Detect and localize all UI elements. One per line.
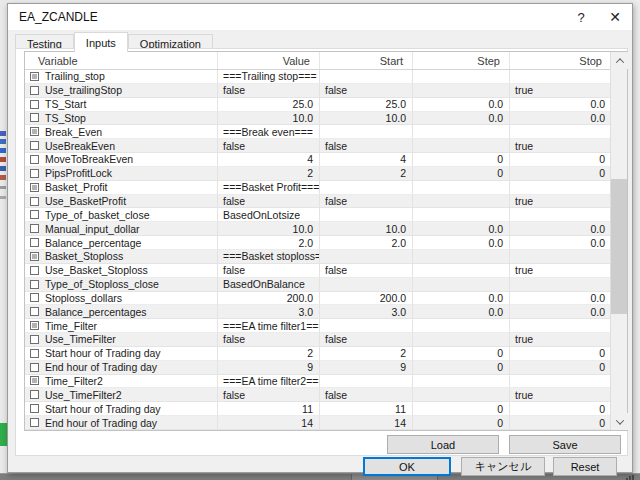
- variable-cell[interactable]: Basket_Stoploss: [25, 250, 218, 264]
- row-checkbox[interactable]: [30, 224, 39, 233]
- step-cell[interactable]: 0.0: [413, 236, 510, 250]
- step-cell[interactable]: [413, 333, 510, 347]
- start-cell[interactable]: 3.0: [320, 305, 413, 319]
- step-cell[interactable]: 0: [413, 402, 510, 416]
- row-checkbox[interactable]: [30, 280, 39, 289]
- start-cell[interactable]: false: [320, 264, 413, 278]
- stop-cell[interactable]: [510, 250, 611, 264]
- step-cell[interactable]: 0: [413, 416, 510, 430]
- variable-cell[interactable]: TS_Start: [25, 98, 218, 112]
- table-row[interactable]: Balance_percentages3.03.00.00.0: [25, 305, 611, 319]
- value-cell[interactable]: 2: [218, 347, 320, 361]
- stop-cell[interactable]: 0.0: [510, 98, 611, 112]
- table-row[interactable]: Use_TimeFilterfalsefalsetrue: [25, 333, 611, 347]
- variable-cell[interactable]: TS_Stop: [25, 112, 218, 126]
- variable-cell[interactable]: Trailing_stop: [25, 70, 218, 84]
- variable-cell[interactable]: Break_Even: [25, 125, 218, 139]
- table-row[interactable]: Use_trailingStopfalsefalsetrue: [25, 84, 611, 98]
- section-checkbox[interactable]: [30, 252, 39, 261]
- table-row[interactable]: PipsProfitLock2200: [25, 167, 611, 181]
- table-row[interactable]: TS_Stop10.010.00.00.0: [25, 112, 611, 126]
- step-cell[interactable]: [413, 375, 510, 389]
- value-cell[interactable]: false: [218, 84, 320, 98]
- value-cell[interactable]: 10.0: [218, 222, 320, 236]
- cancel-button[interactable]: キャンセル: [461, 457, 545, 476]
- start-cell[interactable]: [320, 319, 413, 333]
- variable-cell[interactable]: Use_Basket_Stoploss: [25, 264, 218, 278]
- scroll-thumb[interactable]: [611, 179, 627, 314]
- tab-inputs[interactable]: Inputs: [74, 32, 128, 52]
- start-cell[interactable]: false: [320, 333, 413, 347]
- value-cell[interactable]: ===EA time filter1===: [218, 319, 320, 333]
- section-checkbox[interactable]: [30, 127, 39, 136]
- step-cell[interactable]: 0.0: [413, 292, 510, 306]
- step-cell[interactable]: [413, 250, 510, 264]
- variable-cell[interactable]: Use_TimeFilter: [25, 333, 218, 347]
- start-cell[interactable]: 25.0: [320, 98, 413, 112]
- row-checkbox[interactable]: [30, 238, 39, 247]
- stop-cell[interactable]: true: [510, 139, 611, 153]
- variable-cell[interactable]: Time_Filter2: [25, 375, 218, 389]
- step-cell[interactable]: [413, 125, 510, 139]
- variable-cell[interactable]: End hour of Trading day: [25, 416, 218, 430]
- variable-cell[interactable]: Basket_Profit: [25, 181, 218, 195]
- stop-cell[interactable]: 0: [510, 167, 611, 181]
- value-cell[interactable]: ===EA time filter2===: [218, 375, 320, 389]
- row-checkbox[interactable]: [30, 100, 39, 109]
- table-row[interactable]: UseBreakEvenfalsefalsetrue: [25, 139, 611, 153]
- close-button[interactable]: ✕: [600, 4, 630, 30]
- value-cell[interactable]: 25.0: [218, 98, 320, 112]
- table-row[interactable]: Type_of_basket_closeBasedOnLotsize: [25, 208, 611, 222]
- row-checkbox[interactable]: [30, 307, 39, 316]
- help-button[interactable]: ?: [566, 4, 596, 30]
- row-checkbox[interactable]: [30, 141, 39, 150]
- table-row[interactable]: Use_Basket_Stoplossfalsefalsetrue: [25, 264, 611, 278]
- start-cell[interactable]: 10.0: [320, 222, 413, 236]
- value-cell[interactable]: 3.0: [218, 305, 320, 319]
- start-cell[interactable]: [320, 208, 413, 222]
- row-checkbox[interactable]: [30, 86, 39, 95]
- start-cell[interactable]: false: [320, 139, 413, 153]
- row-checkbox[interactable]: [30, 169, 39, 178]
- load-button[interactable]: Load: [387, 435, 499, 454]
- row-checkbox[interactable]: [30, 335, 39, 344]
- stop-cell[interactable]: 0.0: [510, 292, 611, 306]
- step-cell[interactable]: [413, 264, 510, 278]
- variable-cell[interactable]: Use_trailingStop: [25, 84, 218, 98]
- value-cell[interactable]: ===Basket Profit===: [218, 181, 320, 195]
- stop-cell[interactable]: 0.0: [510, 112, 611, 126]
- start-cell[interactable]: 14: [320, 416, 413, 430]
- variable-cell[interactable]: Use_BasketProfit: [25, 195, 218, 209]
- start-cell[interactable]: false: [320, 195, 413, 209]
- step-cell[interactable]: [413, 208, 510, 222]
- save-button[interactable]: Save: [509, 435, 621, 454]
- table-row[interactable]: Break_Even===Break even===: [25, 125, 611, 139]
- header-cell-step[interactable]: Step: [413, 52, 510, 69]
- section-checkbox[interactable]: [30, 72, 39, 81]
- start-cell[interactable]: [320, 278, 413, 292]
- table-row[interactable]: Balance_percentage2.02.00.00.0: [25, 236, 611, 250]
- row-checkbox[interactable]: [30, 349, 39, 358]
- start-cell[interactable]: [320, 70, 413, 84]
- variable-cell[interactable]: Type_of_basket_close: [25, 208, 218, 222]
- row-checkbox[interactable]: [30, 363, 39, 372]
- stop-cell[interactable]: [510, 319, 611, 333]
- start-cell[interactable]: 2: [320, 347, 413, 361]
- table-row[interactable]: Type_of_Stoploss_closeBasedOnBalance: [25, 278, 611, 292]
- section-checkbox[interactable]: [30, 183, 39, 192]
- header-cell-stop[interactable]: Stop: [510, 52, 611, 69]
- row-checkbox[interactable]: [30, 293, 39, 302]
- stop-cell[interactable]: true: [510, 264, 611, 278]
- value-cell[interactable]: false: [218, 264, 320, 278]
- step-cell[interactable]: 0.0: [413, 305, 510, 319]
- variable-cell[interactable]: Balance_percentage: [25, 236, 218, 250]
- step-cell[interactable]: [413, 195, 510, 209]
- value-cell[interactable]: BasedOnLotsize: [218, 208, 320, 222]
- start-cell[interactable]: [320, 125, 413, 139]
- start-cell[interactable]: 11: [320, 402, 413, 416]
- header-cell-value[interactable]: Value: [218, 52, 320, 69]
- stop-cell[interactable]: 0.0: [510, 236, 611, 250]
- stop-cell[interactable]: 0: [510, 347, 611, 361]
- step-cell[interactable]: [413, 319, 510, 333]
- variable-cell[interactable]: Time_Filter: [25, 319, 218, 333]
